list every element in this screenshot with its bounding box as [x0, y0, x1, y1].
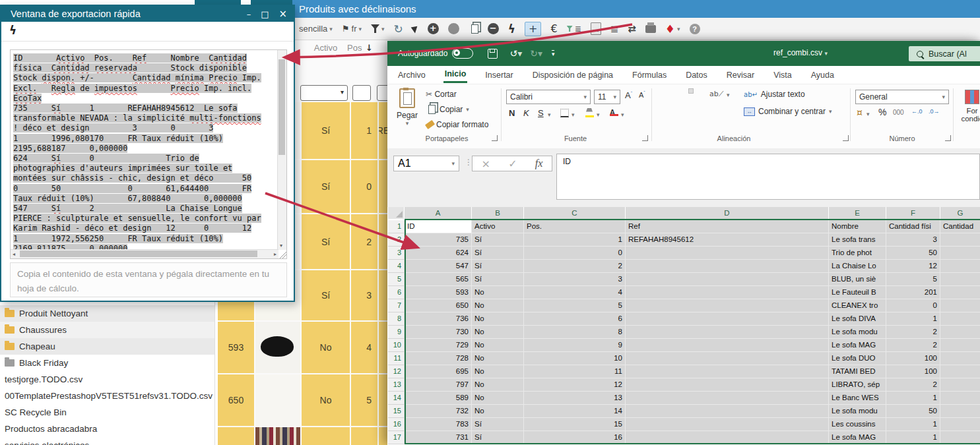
dialog-titlebar[interactable]: Ventana de exportacion rápida – □ ×: [1, 6, 294, 22]
decrease-decimal-button[interactable]: .0→: [929, 108, 940, 115]
cell-product-id[interactable]: 593: [218, 322, 254, 373]
sheet-cell-B13[interactable]: No: [472, 378, 524, 392]
row-header-6[interactable]: 6: [388, 286, 405, 299]
sheet-cell-C15[interactable]: 14: [524, 405, 626, 418]
filter-dropdown[interactable]: ▾: [371, 24, 385, 33]
sheet-cell-E1[interactable]: Nombre: [829, 220, 886, 233]
cut-button[interactable]: ✂ Cortar: [426, 90, 457, 99]
percent-button[interactable]: %: [878, 107, 886, 117]
tab-insertar[interactable]: Insertar: [484, 68, 514, 82]
sidebar-item[interactable]: Chapeau: [0, 338, 214, 355]
sheet-cell-A1[interactable]: ID: [405, 220, 472, 233]
sheet-cell-D7[interactable]: [626, 299, 829, 312]
decrease-font-button[interactable]: Aˇ: [639, 90, 645, 99]
sheet-cell-F17[interactable]: 1: [886, 431, 940, 444]
row-header-9[interactable]: 9: [388, 326, 405, 339]
accounting-format-button[interactable]: ¤: [857, 107, 863, 118]
sheet-cell-C13[interactable]: 12: [524, 378, 626, 392]
sheet-cell-B14[interactable]: No: [472, 392, 524, 405]
sheet-cell-G1[interactable]: Cantidad: [940, 220, 980, 233]
sheet-cell-B4[interactable]: Sí: [472, 260, 524, 273]
sheet-cell-B10[interactable]: No: [472, 339, 524, 352]
align-left-button[interactable]: [657, 106, 662, 111]
sheet-cell-G7[interactable]: [940, 299, 980, 312]
sheet-cell-A6[interactable]: 593: [405, 286, 472, 299]
sheet-cell-E5[interactable]: BLUB, un siè: [829, 273, 886, 286]
sheet-cell-E10[interactable]: Le sofa MAG: [829, 339, 886, 352]
sheet-cell-E17[interactable]: Le sofa MAG: [829, 431, 886, 444]
sheet-cell-D14[interactable]: [626, 392, 829, 405]
vertical-scrollbar[interactable]: ▾: [277, 50, 286, 250]
sheet-cell-D8[interactable]: [626, 312, 829, 326]
sheet-cell-G9[interactable]: [940, 326, 980, 339]
sheet-cell-D2[interactable]: REFAHAH8945612: [626, 233, 829, 247]
activo-filter-select[interactable]: ▾: [300, 85, 348, 101]
increase-decimal-button[interactable]: ←.0: [911, 108, 923, 115]
sheet-cell-G8[interactable]: [940, 312, 980, 326]
row-header-10[interactable]: 10: [388, 339, 405, 352]
sheet-cell-B1[interactable]: Activo: [472, 220, 524, 233]
sheet-cell-G16[interactable]: [940, 418, 980, 431]
format-painter-button[interactable]: Copiar formato: [426, 120, 488, 129]
sheet-cell-E7[interactable]: CLEANEX tro: [829, 299, 886, 312]
confirm-entry-icon[interactable]: ✓: [508, 158, 517, 170]
clipboard-dialog-launcher[interactable]: [492, 135, 498, 141]
row-header-14[interactable]: 14: [388, 392, 405, 405]
cell-ref[interactable]: [379, 374, 387, 426]
cell-activo[interactable]: [302, 427, 350, 445]
orientation-button[interactable]: ab⟋: [709, 90, 723, 98]
sheet-cell-A14[interactable]: 589: [405, 392, 472, 405]
sheet-cell-B12[interactable]: No: [472, 365, 524, 378]
filter-list-button[interactable]: ≣: [567, 24, 581, 34]
cell-pos[interactable]: 3: [351, 270, 377, 320]
sidebar-item[interactable]: testjorge.TODO.csv: [0, 371, 214, 388]
column-header-G[interactable]: G: [940, 207, 980, 219]
sheet-cell-B2[interactable]: Sí: [472, 233, 524, 247]
sheet-cell-C9[interactable]: 8: [524, 326, 626, 339]
cell-pos[interactable]: [351, 427, 377, 445]
sheet-cell-C2[interactable]: 1: [524, 233, 626, 247]
sheet-cell-A11[interactable]: 728: [405, 352, 472, 365]
scroll-left-icon[interactable]: ◂: [13, 251, 15, 257]
sheet-cell-C12[interactable]: 11: [524, 365, 626, 378]
tab-datos[interactable]: Datos: [684, 68, 709, 82]
workbook-title[interactable]: ref_combi.csv ▾: [773, 48, 828, 57]
cell-activo[interactable]: Sí: [302, 270, 350, 320]
font-color-button[interactable]: A: [610, 108, 615, 116]
sheet-cell-G15[interactable]: [940, 405, 980, 418]
sheet-cell-G3[interactable]: [940, 247, 980, 260]
sheet-cell-B9[interactable]: No: [472, 326, 524, 339]
sheet-cell-E14[interactable]: Le Banc WES: [829, 392, 886, 405]
minimize-button[interactable]: –: [247, 9, 251, 19]
shuffle-button[interactable]: ⇄: [628, 23, 636, 35]
sheet-cell-B5[interactable]: Sí: [472, 273, 524, 286]
cell-pos[interactable]: 4: [351, 322, 377, 373]
row-header-12[interactable]: 12: [388, 365, 405, 378]
sheet-cell-D16[interactable]: [626, 418, 829, 431]
tab-ayuda[interactable]: Ayuda: [810, 68, 835, 82]
sheet-cell-A10[interactable]: 729: [405, 339, 472, 352]
sheet-cell-D6[interactable]: [626, 286, 829, 299]
name-box[interactable]: A1 ▾: [393, 156, 459, 171]
sheet-cell-F4[interactable]: 12: [886, 260, 940, 273]
sheet-cell-A3[interactable]: 624: [405, 247, 472, 260]
italic-button[interactable]: K: [523, 108, 529, 118]
app-circle-button[interactable]: [448, 23, 459, 34]
wrap-text-button[interactable]: ab↵ Ajustar texto: [744, 90, 805, 99]
sheet-cell-D9[interactable]: [626, 326, 829, 339]
select-all-corner[interactable]: [388, 207, 405, 219]
autosave-toggle[interactable]: [452, 48, 473, 59]
print-button[interactable]: [645, 25, 656, 33]
csv-export-button[interactable]: csv: [591, 22, 601, 35]
increase-font-button[interactable]: Aˆ: [625, 90, 632, 100]
cell-ref[interactable]: RE: [379, 102, 387, 159]
customize-quick-access-icon[interactable]: ▾: [552, 50, 555, 57]
tab-vista[interactable]: Vista: [772, 68, 793, 82]
sheet-cell-F14[interactable]: 1: [886, 392, 940, 405]
row-header-17[interactable]: 17: [388, 431, 405, 444]
sheet-cell-C8[interactable]: 6: [524, 312, 626, 326]
sheet-cell-B7[interactable]: No: [472, 299, 524, 312]
sheet-cell-E6[interactable]: Le Fauteuil B: [829, 286, 886, 299]
cell-pos[interactable]: 5: [351, 374, 377, 426]
scrollbar-thumb[interactable]: [20, 251, 257, 257]
